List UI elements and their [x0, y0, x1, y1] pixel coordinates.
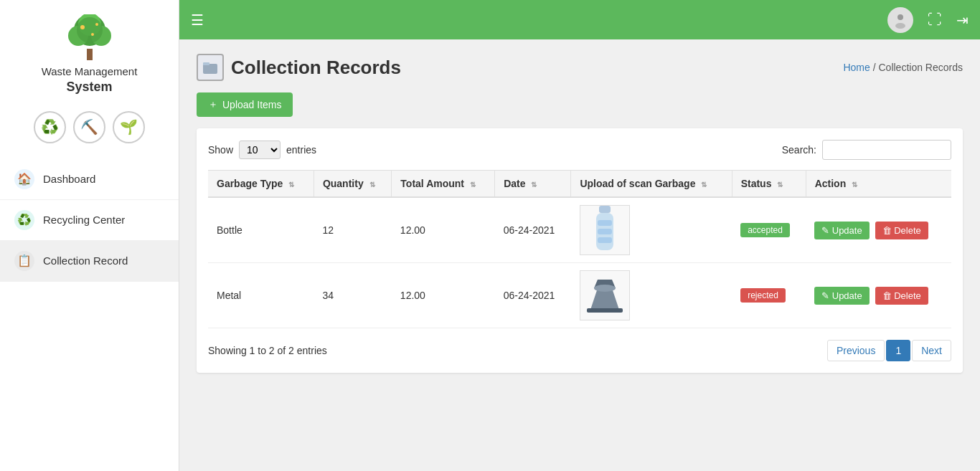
col-date[interactable]: Date ⇅ — [495, 171, 571, 198]
tree-logo-icon — [61, 14, 118, 63]
topbar-left: ☰ — [191, 11, 204, 29]
sidebar-item-dashboard-label: Dashboard — [43, 173, 95, 185]
plus-icon: ＋ — [208, 98, 218, 111]
svg-point-7 — [95, 23, 98, 26]
sidebar-icon-row: ♻️ ⛏️ 🌱 — [34, 111, 145, 143]
folder-icon — [202, 60, 218, 75]
breadcrumb-separator: / — [873, 62, 879, 73]
user-avatar[interactable] — [887, 7, 913, 33]
cell-total-amount: 12.00 — [392, 263, 495, 328]
previous-button[interactable]: Previous — [827, 340, 885, 361]
svg-point-6 — [80, 25, 85, 29]
cell-date: 06-24-2021 — [495, 263, 571, 328]
cell-image — [571, 263, 732, 328]
sort-arrows-garbage: ⇅ — [288, 181, 294, 189]
update-button[interactable]: ✎ Update — [814, 287, 870, 305]
col-garbage-type[interactable]: Garbage Type ⇅ — [208, 171, 314, 198]
shovel-circle-icon: ⛏️ — [73, 111, 105, 143]
collection-icon: 📋 — [14, 251, 34, 271]
show-label: Show — [208, 144, 233, 156]
breadcrumb: Home / Collection Records — [843, 62, 963, 73]
plant-circle-icon: 🌱 — [113, 111, 145, 143]
table-row: Bottle 12 12.00 06-24-2021 accepted ✎ Up… — [208, 197, 951, 263]
sidebar-item-collection-label: Collection Record — [43, 254, 128, 267]
svg-rect-12 — [203, 62, 209, 65]
sort-arrows-action: ⇅ — [852, 181, 857, 189]
table-header-row: Garbage Type ⇅ Quantity ⇅ Total Amount ⇅ — [208, 171, 951, 198]
showing-text: Showing 1 to 2 of 2 entries — [208, 345, 327, 356]
dashboard-icon: 🏠 — [14, 169, 34, 189]
cell-garbage-type: Bottle — [208, 197, 314, 263]
delete-button[interactable]: 🗑 Delete — [875, 287, 928, 305]
topbar: ☰ ⛶ ⇥ — [179, 0, 980, 39]
sort-arrows-quantity: ⇅ — [369, 181, 375, 189]
pagination: Previous 1 Next — [827, 340, 951, 361]
svg-rect-20 — [587, 308, 623, 313]
svg-point-21 — [594, 285, 616, 292]
cell-status: accepted — [732, 197, 806, 263]
col-quantity[interactable]: Quantity ⇅ — [314, 171, 391, 198]
search-input[interactable] — [822, 140, 951, 160]
col-status-label: Status — [741, 178, 772, 189]
cell-action: ✎ Update 🗑 Delete — [806, 197, 951, 263]
fullscreen-icon[interactable]: ⛶ — [928, 11, 942, 28]
status-badge: accepted — [740, 223, 790, 237]
cell-date: 06-24-2021 — [495, 197, 571, 263]
svg-rect-13 — [599, 206, 611, 213]
sort-arrows-upload: ⇅ — [701, 181, 707, 189]
breadcrumb-home-link[interactable]: Home — [843, 62, 870, 73]
next-button[interactable]: Next — [912, 340, 951, 361]
upload-button-label: Upload Items — [222, 99, 281, 110]
svg-rect-16 — [598, 229, 612, 234]
sidebar-nav: 🏠 Dashboard ♻️ Recycling Center 📋 Collec… — [0, 159, 179, 282]
recycling-icon: ♻️ — [14, 210, 34, 230]
page-1-button[interactable]: 1 — [886, 340, 910, 361]
cell-quantity: 12 — [314, 197, 391, 263]
sidebar-item-recycling-center[interactable]: ♻️ Recycling Center — [0, 200, 179, 241]
topbar-right: ⛶ ⇥ — [887, 7, 969, 33]
bottle-image — [586, 206, 623, 254]
entries-select[interactable]: 10 25 50 100 — [239, 141, 281, 159]
sort-arrows-date: ⇅ — [531, 181, 537, 189]
sidebar-item-collection-record[interactable]: 📋 Collection Record — [0, 241, 179, 282]
sidebar-item-dashboard[interactable]: 🏠 Dashboard — [0, 159, 179, 200]
svg-point-8 — [91, 33, 94, 36]
hamburger-menu[interactable]: ☰ — [191, 11, 204, 29]
entries-label: entries — [286, 144, 316, 156]
svg-rect-17 — [598, 237, 612, 243]
update-button[interactable]: ✎ Update — [814, 222, 870, 239]
sort-arrows-status: ⇅ — [777, 181, 783, 189]
upload-items-button[interactable]: ＋ Upload Items — [197, 92, 293, 117]
search-group: Search: — [782, 140, 951, 160]
search-label: Search: — [782, 144, 816, 156]
col-action[interactable]: Action ⇅ — [806, 171, 951, 198]
page-title-icon — [197, 54, 224, 81]
cell-action: ✎ Update 🗑 Delete — [806, 263, 951, 328]
page-header: Collection Records Home / Collection Rec… — [197, 54, 963, 81]
delete-button[interactable]: 🗑 Delete — [875, 222, 928, 239]
svg-point-10 — [895, 23, 905, 29]
app-title: Waste Management System — [42, 65, 138, 95]
logout-icon[interactable]: ⇥ — [956, 11, 969, 29]
table-container: Show 10 25 50 100 entries Search: — [197, 128, 963, 373]
sidebar-item-recycling-label: Recycling Center — [43, 214, 125, 226]
table-row: Metal 34 12.00 06-24-2021 rejected ✎ Upd… — [208, 263, 951, 328]
col-upload-scan-label: Upload of scan Garbage — [580, 178, 695, 189]
show-entries: Show 10 25 50 100 entries — [208, 141, 316, 159]
cell-total-amount: 12.00 — [392, 197, 495, 263]
col-upload-scan[interactable]: Upload of scan Garbage ⇅ — [571, 171, 732, 198]
col-date-label: Date — [504, 178, 525, 189]
page-content: Collection Records Home / Collection Rec… — [179, 39, 980, 471]
svg-point-9 — [897, 14, 903, 20]
col-status[interactable]: Status ⇅ — [732, 171, 806, 198]
table-controls: Show 10 25 50 100 entries Search: — [208, 140, 951, 160]
main-content: ☰ ⛶ ⇥ Collection — [179, 0, 980, 471]
records-table: Garbage Type ⇅ Quantity ⇅ Total Amount ⇅ — [208, 170, 951, 328]
svg-rect-11 — [203, 64, 217, 74]
cell-quantity: 34 — [314, 263, 391, 328]
col-total-amount[interactable]: Total Amount ⇅ — [392, 171, 495, 198]
cell-status: rejected — [732, 263, 806, 328]
breadcrumb-current: Collection Records — [879, 62, 963, 73]
status-badge: rejected — [740, 288, 786, 303]
col-action-label: Action — [815, 178, 847, 189]
